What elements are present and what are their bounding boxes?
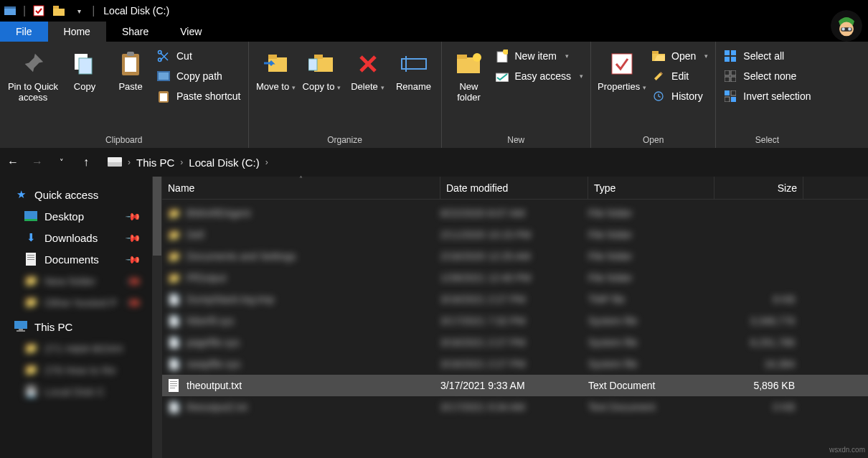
properties-label: Properties <box>598 82 646 93</box>
toolbar-dropdown-icon[interactable]: ▾ <box>71 3 87 19</box>
invert-selection-icon <box>723 89 737 103</box>
toolbar-properties-icon[interactable] <box>31 3 47 19</box>
drive-icon <box>105 154 125 172</box>
svg-rect-6 <box>79 58 92 74</box>
breadcrumb[interactable]: › This PC › Local Disk (C:) › <box>105 154 270 172</box>
column-type[interactable]: Type <box>588 177 714 199</box>
sidebar-item-blurred[interactable]: 📁276 How to Re <box>0 359 152 380</box>
list-item[interactable]: 📁PfOutput1/28/2021 12:40 PMFile folder <box>162 267 868 289</box>
move-to-button[interactable]: Move to <box>253 45 299 95</box>
new-folder-button[interactable]: New folder <box>446 45 492 106</box>
column-name[interactable]: ˄ Name <box>162 177 440 199</box>
svg-rect-8 <box>125 57 136 72</box>
select-all-icon <box>723 49 737 63</box>
svg-rect-13 <box>159 73 169 80</box>
delete-button[interactable]: Delete <box>345 45 391 95</box>
recent-locations-button[interactable]: ˅ <box>52 152 72 172</box>
sidebar-desktop[interactable]: Desktop 📌 <box>0 205 152 227</box>
sidebar-documents[interactable]: Documents 📌 <box>0 248 152 270</box>
select-all-button[interactable]: Select all <box>720 47 813 65</box>
breadcrumb-local-disk[interactable]: Local Disk (C:) <box>186 154 262 171</box>
list-item[interactable]: 📄pagefile.sys3/16/2021 2:27 PMSystem fil… <box>162 332 868 353</box>
new-item-button[interactable]: New item <box>492 47 587 65</box>
forward-button[interactable]: → <box>27 152 47 172</box>
copy-to-button[interactable]: Copy to <box>299 45 345 95</box>
list-item[interactable]: 📁BWinREAgent8/22/2020 8:07 AMFile folder <box>162 202 868 224</box>
invert-selection-button[interactable]: Invert selection <box>720 88 813 105</box>
delete-label: Delete <box>351 82 385 93</box>
svg-rect-60 <box>170 388 175 388</box>
pin-to-quick-access-button[interactable]: Pin to Quick access <box>4 45 62 106</box>
svg-rect-43 <box>725 97 730 102</box>
file-date: 3/17/2021 9:33 AM <box>440 380 588 391</box>
list-item[interactable]: 📄hiberfil.sys3/17/2021 7:32 PMSystem fil… <box>162 310 868 332</box>
back-button[interactable]: ← <box>3 152 23 172</box>
svg-rect-45 <box>108 162 122 167</box>
toolbar-folder-icon[interactable] <box>51 3 67 19</box>
easy-access-button[interactable]: Easy access <box>492 67 587 85</box>
chevron-right-icon[interactable]: › <box>179 157 184 167</box>
history-button[interactable]: History <box>648 88 711 105</box>
column-size[interactable]: Size <box>714 177 803 199</box>
rename-button[interactable]: Rename <box>391 45 437 95</box>
group-open: Properties Open Edit History Open <box>591 42 716 148</box>
svg-rect-55 <box>16 330 25 332</box>
downloads-icon: ⬇ <box>24 231 37 244</box>
svg-rect-17 <box>268 55 277 59</box>
sidebar-scrollbar[interactable] <box>152 177 162 458</box>
breadcrumb-this-pc[interactable]: This PC <box>133 154 177 171</box>
svg-rect-36 <box>731 57 736 62</box>
navigation-pane: ★ Quick access Desktop 📌 ⬇ Downloads 📌 D… <box>0 177 162 458</box>
list-item[interactable]: 📄theoutput2.txt3/17/2021 9:34 AMText Doc… <box>162 396 868 418</box>
tab-file[interactable]: File <box>0 22 48 42</box>
address-bar: ← → ˅ ↑ › This PC › Local Disk (C:) › <box>0 148 868 177</box>
list-item-selected[interactable]: theoutput.txt 3/17/2021 9:33 AM Text Doc… <box>162 375 868 396</box>
up-button[interactable]: ↑ <box>76 152 96 172</box>
svg-rect-44 <box>731 97 736 102</box>
desktop-icon <box>24 210 37 223</box>
svg-rect-24 <box>457 55 467 59</box>
column-headers: ˄ Name Date modified Type Size <box>162 177 868 200</box>
sidebar-item-blurred[interactable]: 💾Local Disk C <box>0 380 152 402</box>
svg-rect-50 <box>27 255 34 256</box>
open-icon <box>651 49 666 63</box>
pin-icon <box>19 50 47 78</box>
svg-rect-48 <box>24 219 37 221</box>
file-list: ˄ Name Date modified Type Size 📁BWinREAg… <box>162 177 868 458</box>
paste-button[interactable]: Paste <box>108 45 154 95</box>
svg-rect-38 <box>731 70 736 75</box>
edit-button[interactable]: Edit <box>648 67 711 85</box>
list-item[interactable]: 📁Dell2/11/2020 10:15 PMFile folder <box>162 224 868 246</box>
cut-button[interactable]: Cut <box>154 47 244 65</box>
tab-home[interactable]: Home <box>48 22 106 42</box>
sidebar-quick-access[interactable]: ★ Quick access <box>0 184 152 205</box>
select-none-button[interactable]: Select none <box>720 67 813 85</box>
list-item[interactable]: 📄swapfile.sys3/16/2021 2:27 PMSystem fil… <box>162 353 868 375</box>
scissors-icon <box>156 49 171 63</box>
tab-view[interactable]: View <box>164 22 217 42</box>
chevron-right-icon[interactable]: › <box>126 157 132 167</box>
tab-share[interactable]: Share <box>106 22 164 42</box>
column-date-modified[interactable]: Date modified <box>440 177 588 199</box>
copy-button[interactable]: Copy <box>62 45 108 95</box>
chevron-right-icon[interactable]: › <box>264 157 270 167</box>
scrollbar-thumb[interactable] <box>153 177 161 256</box>
list-item[interactable]: 📁Documents and Settings2/16/2020 12:25 A… <box>162 246 868 267</box>
open-button[interactable]: Open <box>648 47 711 65</box>
group-select: Select all Select none Invert selection … <box>716 42 818 148</box>
properties-button[interactable]: Properties <box>595 45 648 95</box>
list-item[interactable]: 📄DumpStack.log.tmp3/16/2021 2:27 PMTMP f… <box>162 289 868 310</box>
move-to-label: Move to <box>256 82 296 93</box>
copy-icon <box>71 50 98 78</box>
svg-rect-19 <box>314 55 323 59</box>
delete-icon <box>354 50 382 78</box>
copy-path-button[interactable]: Copy path <box>154 67 244 85</box>
sidebar-downloads[interactable]: ⬇ Downloads 📌 <box>0 227 152 248</box>
avatar <box>831 10 862 42</box>
pin-icon: 📌 <box>125 251 141 267</box>
sidebar-item-blurred[interactable]: 📁Other hosted P📌 <box>0 291 152 313</box>
sidebar-item-blurred[interactable]: 📁271 H&M BOXH <box>0 337 152 359</box>
paste-shortcut-button[interactable]: Paste shortcut <box>154 88 244 105</box>
sidebar-item-blurred[interactable]: 📁New folder📌 <box>0 270 152 291</box>
sidebar-this-pc[interactable]: This PC <box>0 316 152 337</box>
